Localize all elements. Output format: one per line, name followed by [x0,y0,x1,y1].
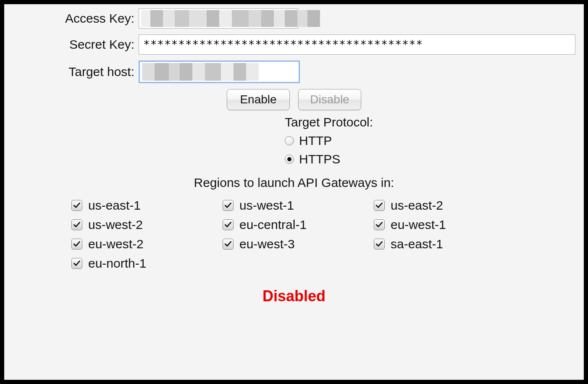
region-label-us-east-2: us-east-2 [391,198,443,213]
region-label-eu-west-3: eu-west-3 [239,237,295,251]
region-row-eu-west-1[interactable]: eu-west-1 [374,215,517,234]
region-row-us-west-1[interactable]: us-west-1 [223,196,365,215]
row-secret-key: Secret Key: [13,34,575,55]
redacted-target-host [142,63,259,81]
region-row-us-east-1[interactable]: us-east-1 [71,196,214,215]
radio-http[interactable] [285,136,294,145]
label-access-key: Access Key: [13,11,139,26]
region-label-us-east-1: us-east-1 [88,198,141,213]
protocol-label-https: HTTPS [299,150,340,168]
region-row-us-west-2[interactable]: us-west-2 [71,215,214,234]
region-checkbox-eu-west-3[interactable] [223,239,234,250]
redacted-access-key [141,10,320,27]
region-label-eu-west-2: eu-west-2 [88,237,144,251]
regions-heading: Regions to launch API Gateways in: [13,176,575,190]
region-row-us-east-2[interactable]: us-east-2 [374,196,517,215]
disable-button[interactable]: Disable [298,89,361,110]
protocol-label-http: HTTP [299,132,332,150]
label-secret-key: Secret Key: [13,37,139,52]
region-row-eu-west-3[interactable]: eu-west-3 [223,234,365,254]
region-checkbox-sa-east-1[interactable] [374,239,385,250]
region-checkbox-us-east-2[interactable] [374,200,385,211]
region-label-eu-north-1: eu-north-1 [88,256,146,271]
region-checkbox-us-west-2[interactable] [71,219,82,230]
region-row-eu-west-2[interactable]: eu-west-2 [71,234,214,254]
region-label-eu-central-1: eu-central-1 [239,218,307,232]
region-row-sa-east-1[interactable]: sa-east-1 [374,234,517,254]
row-target-host: Target host: [13,60,575,83]
region-label-us-west-1: us-west-1 [239,198,294,213]
region-checkbox-us-east-1[interactable] [71,200,82,211]
regions-grid: us-east-1us-west-1us-east-2us-west-2eu-c… [71,196,517,273]
region-checkbox-eu-central-1[interactable] [223,219,234,230]
region-label-sa-east-1: sa-east-1 [391,237,443,251]
radio-https[interactable] [285,155,294,164]
protocol-heading: Target Protocol: [285,113,575,131]
config-panel: Access Key: Secret Key: Target host: Ena… [4,4,584,380]
protocol-option-http[interactable]: HTTP [285,132,575,150]
region-checkbox-eu-west-1[interactable] [374,219,385,230]
region-row-eu-central-1[interactable]: eu-central-1 [223,215,365,234]
row-access-key: Access Key: [13,8,575,29]
region-checkbox-eu-north-1[interactable] [71,258,82,269]
button-row: Enable Disable [13,89,575,110]
status-text: Disabled [13,287,575,305]
region-label-eu-west-1: eu-west-1 [391,218,446,232]
region-checkbox-eu-west-2[interactable] [71,239,82,250]
protocol-block: Target Protocol: HTTPHTTPS [285,113,575,168]
protocol-option-https[interactable]: HTTPS [285,150,575,168]
label-target-host: Target host: [13,65,139,79]
region-checkbox-us-west-1[interactable] [223,200,234,211]
region-label-us-west-2: us-west-2 [88,218,143,232]
secret-key-input[interactable] [139,34,575,55]
region-row-eu-north-1[interactable]: eu-north-1 [71,254,214,273]
enable-button[interactable]: Enable [227,89,290,110]
